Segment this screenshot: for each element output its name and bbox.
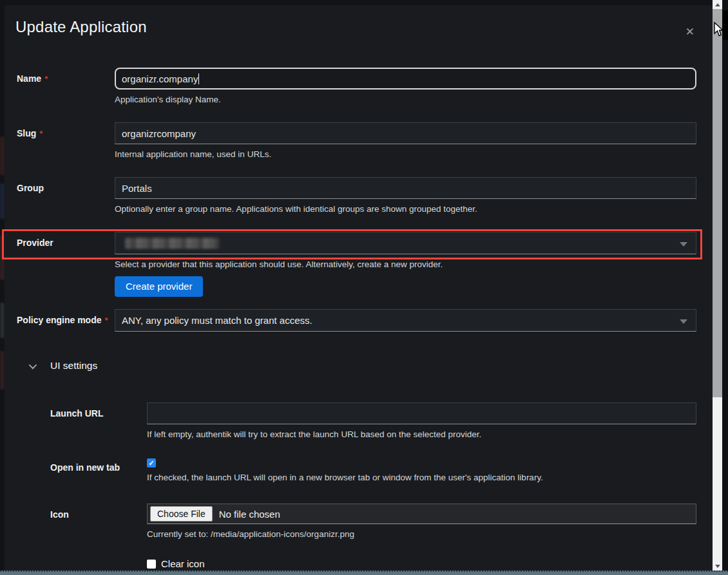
- provider-row: Provider Select a provider that this app…: [17, 232, 696, 297]
- background-artifact: [0, 137, 5, 175]
- clear-icon-label: Clear icon: [161, 558, 205, 569]
- icon-label: Icon: [50, 509, 69, 520]
- caret-down-icon: [680, 242, 687, 247]
- group-input[interactable]: Portals: [115, 177, 696, 199]
- policy-engine-mode-row: Policy engine mode* ANY, any policy must…: [17, 309, 696, 332]
- open-in-new-tab-checkbox[interactable]: ✓: [147, 458, 156, 467]
- policy-engine-mode-label: Policy engine mode: [17, 315, 101, 325]
- icon-label-col: Icon: [50, 504, 147, 541]
- ui-settings-toggle[interactable]: UI settings: [17, 359, 696, 373]
- name-label-col: Name*: [17, 68, 115, 106]
- scrollbar-thumb[interactable]: [713, 9, 722, 397]
- required-asterisk: *: [104, 316, 108, 325]
- group-input-value: Portals: [122, 183, 152, 194]
- required-asterisk: *: [44, 74, 48, 84]
- policy-engine-mode-select[interactable]: ANY, any policy must match to grant acce…: [115, 309, 696, 332]
- clear-icon-checkbox[interactable]: [147, 560, 156, 569]
- background-artifact: [0, 351, 5, 390]
- icon-current-help: Currently set to: /media/application-ico…: [147, 528, 696, 541]
- background-artifact: [0, 184, 5, 219]
- launch-url-help: If left empty, authentik will try to ext…: [147, 428, 696, 441]
- provider-help: Select a provider that this application …: [115, 258, 696, 271]
- checkmark-icon: ✓: [148, 460, 154, 467]
- provider-redacted-value: [125, 238, 219, 249]
- scrollbar[interactable]: [713, 0, 722, 570]
- window-right-edge: [722, 0, 728, 570]
- background-page-edge: [0, 0, 5, 570]
- slug-label: Slug: [17, 128, 36, 138]
- slug-input[interactable]: organizrcompany: [115, 122, 696, 144]
- text-caret: [198, 73, 199, 84]
- required-asterisk: *: [39, 129, 43, 138]
- scrollbar-up-button[interactable]: [713, 0, 722, 9]
- slug-help: Internal application name, used in URLs.: [115, 148, 696, 161]
- name-label: Name: [17, 73, 41, 84]
- background-artifact: [0, 235, 5, 280]
- caret-down-icon: [680, 319, 687, 324]
- launch-url-label: Launch URL: [50, 408, 103, 419]
- policy-engine-mode-value: ANY, any policy must match to grant acce…: [122, 315, 312, 326]
- background-page-edge-top: [0, 0, 713, 5]
- screenshot-bottom-edge: [0, 570, 728, 575]
- update-application-modal: Update Application ✕ Name* organizr.comp…: [5, 5, 713, 575]
- group-row: Group Portals Optionally enter a group n…: [17, 177, 696, 216]
- scrollbar-down-button[interactable]: [713, 561, 722, 570]
- open-in-new-tab-label-col: Open in new tab: [50, 458, 147, 484]
- launch-url-label-col: Launch URL: [50, 402, 147, 441]
- group-help: Optionally enter a group name. Applicati…: [115, 203, 696, 216]
- modal-title: Update Application: [15, 18, 713, 36]
- group-label-col: Group: [17, 177, 115, 216]
- choose-file-button[interactable]: Choose File: [150, 506, 213, 522]
- file-chosen-status: No file chosen: [219, 509, 280, 520]
- open-in-new-tab-label: Open in new tab: [50, 462, 120, 473]
- open-in-new-tab-help: If checked, the launch URL will open in …: [147, 471, 696, 484]
- slug-input-value: organizrcompany: [122, 128, 196, 139]
- icon-file-input[interactable]: Choose File No file chosen: [147, 504, 696, 524]
- launch-url-row: Launch URL If left empty, authentik will…: [17, 402, 696, 441]
- provider-label: Provider: [17, 238, 53, 248]
- page: Update Application ✕ Name* organizr.comp…: [0, 0, 728, 575]
- ui-settings-header: UI settings: [50, 360, 97, 372]
- arrow-down-icon: [715, 565, 720, 568]
- name-help: Application's display Name.: [115, 93, 696, 106]
- launch-url-input[interactable]: [147, 402, 696, 424]
- application-form: Name* organizr.company Application's dis…: [17, 68, 696, 569]
- close-icon[interactable]: ✕: [685, 26, 694, 39]
- clear-icon-row: Clear icon: [17, 558, 696, 569]
- icon-row: Icon Choose File No file chosen Currentl…: [17, 504, 696, 541]
- provider-select[interactable]: [115, 232, 696, 254]
- provider-label-col: Provider: [17, 232, 115, 297]
- window-edge-notch: [722, 10, 728, 40]
- arrow-up-icon: [715, 3, 720, 6]
- background-artifact: [0, 303, 5, 338]
- slug-label-col: Slug*: [17, 122, 115, 161]
- chevron-down-icon: [29, 361, 37, 369]
- name-input-value: organizr.company: [122, 73, 198, 84]
- name-input[interactable]: organizr.company: [115, 68, 696, 90]
- policy-label-col: Policy engine mode*: [17, 309, 115, 332]
- name-row: Name* organizr.company Application's dis…: [17, 68, 696, 106]
- slug-row: Slug* organizrcompany Internal applicati…: [17, 122, 696, 161]
- open-in-new-tab-row: Open in new tab ✓ If checked, the launch…: [17, 458, 696, 484]
- create-provider-button[interactable]: Create provider: [115, 276, 203, 297]
- group-label: Group: [17, 183, 44, 193]
- clear-icon-spacer: [50, 558, 147, 569]
